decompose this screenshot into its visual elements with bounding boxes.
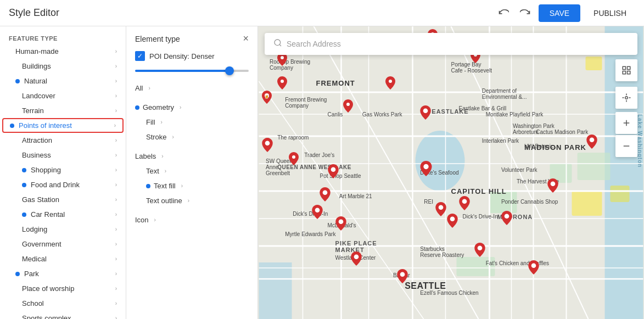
poi-marker-24[interactable] [586, 135, 597, 150]
poi-marker-1[interactable]: 🍺 [262, 91, 272, 105]
poi-marker-4[interactable] [343, 99, 353, 114]
elem-label: Text [146, 167, 159, 175]
poi-marker-14[interactable] [420, 105, 431, 121]
sidebar-item-attraction[interactable]: Attraction › [0, 133, 126, 148]
item-label: Landcover [22, 92, 55, 100]
feature-type-panel: Feature type Human-made › Buildings › Na… [0, 26, 126, 319]
item-label: Shopping [31, 166, 61, 174]
sidebar-item-place-of-worship[interactable]: Place of worship › [0, 281, 126, 296]
zoom-in-button[interactable] [615, 112, 637, 134]
app-title: Style Editor [9, 7, 488, 19]
element-item-text[interactable]: Text › [135, 164, 249, 178]
chevron-icon: › [115, 137, 117, 143]
svg-point-44 [338, 220, 343, 225]
map-area[interactable]: Search Address [258, 26, 644, 319]
element-item-labels[interactable]: Labels › [135, 149, 249, 164]
svg-point-42 [323, 191, 328, 195]
chevron-icon: › [161, 119, 163, 125]
sidebar-item-business[interactable]: Business › [0, 148, 126, 163]
sidebar-item-human-made[interactable]: Human-made › [0, 44, 126, 59]
dot-indicator [22, 212, 26, 217]
poi-marker-8[interactable] [328, 164, 339, 180]
chevron-icon: › [115, 300, 117, 306]
element-item-icon[interactable]: Icon › [135, 212, 249, 227]
poi-density-checkbox[interactable] [135, 51, 145, 61]
chevron-icon: › [115, 167, 117, 173]
poi-marker-13[interactable] [385, 76, 395, 91]
sidebar-item-medical[interactable]: Medical › [0, 251, 126, 266]
sidebar-item-points-of-interest[interactable]: Points of interest › [2, 118, 124, 133]
poi-marker-17[interactable] [420, 161, 432, 178]
element-item-text-outline[interactable]: Text outline › [135, 193, 249, 208]
slider-thumb[interactable] [225, 66, 234, 75]
density-slider[interactable] [135, 70, 249, 72]
svg-point-0 [275, 40, 281, 46]
sidebar-item-park[interactable]: Park › [0, 266, 126, 281]
sidebar-item-lodging[interactable]: Lodging › [0, 222, 126, 237]
svg-point-46 [389, 80, 392, 83]
poi-marker-21[interactable] [447, 214, 458, 230]
sidebar-item-sports-complex[interactable]: Sports complex › [0, 311, 126, 319]
poi-marker-18[interactable] [459, 196, 470, 212]
search-bar[interactable]: Search Address [265, 33, 637, 55]
poi-marker-9[interactable] [320, 187, 331, 203]
poi-marker-19[interactable] [435, 202, 446, 218]
poi-marker-11[interactable] [335, 216, 346, 232]
poi-marker-2[interactable] [277, 53, 287, 68]
map-svg [258, 26, 644, 319]
chevron-icon: › [115, 271, 117, 277]
close-button[interactable]: × [243, 33, 249, 44]
sidebar-item-buildings[interactable]: Buildings › [0, 59, 126, 74]
chevron-icon: › [165, 168, 166, 174]
dot-indicator [22, 168, 26, 172]
poi-marker-20[interactable] [474, 243, 485, 259]
redo-button[interactable] [517, 4, 534, 22]
svg-point-39 [265, 141, 270, 145]
svg-point-43 [315, 208, 320, 213]
sidebar-item-landcover[interactable]: Landcover › [0, 88, 126, 103]
svg-point-35 [281, 56, 284, 59]
chevron-icon: › [115, 211, 117, 217]
poi-marker-5[interactable] [277, 76, 287, 91]
element-item-all[interactable]: All › [135, 81, 249, 96]
chevron-icon: › [115, 93, 117, 99]
poi-marker-10[interactable] [312, 205, 323, 221]
element-item-geometry[interactable]: Geometry › [135, 100, 249, 115]
poi-marker-12[interactable] [351, 251, 362, 267]
dot-indicator [15, 79, 20, 83]
sidebar-item-gas-station[interactable]: Gas Station › [0, 192, 126, 207]
svg-rect-9 [572, 191, 602, 216]
elem-label: Labels [135, 152, 156, 160]
location-button[interactable] [615, 87, 637, 109]
elem-label: Icon [135, 216, 149, 224]
chevron-icon: › [115, 48, 117, 54]
expand-button[interactable] [615, 59, 637, 81]
search-icon [273, 38, 282, 49]
sidebar-item-government[interactable]: Government › [0, 237, 126, 251]
element-item-stroke[interactable]: Stroke › [135, 130, 249, 144]
publish-button[interactable]: PUBLISH [585, 4, 635, 22]
poi-marker-7[interactable] [289, 152, 299, 167]
item-label: Medical [22, 255, 47, 263]
element-item-text-fill[interactable]: Text fill › [135, 178, 249, 193]
poi-marker-25[interactable] [397, 269, 408, 285]
poi-marker-6[interactable] [262, 138, 273, 154]
dot-indicator [10, 124, 14, 128]
svg-rect-3 [259, 262, 292, 319]
save-button[interactable]: SAVE [539, 4, 580, 22]
element-item-fill[interactable]: Fill › [135, 115, 249, 130]
chevron-icon: › [115, 182, 117, 188]
sidebar-item-shopping[interactable]: Shopping › [0, 163, 126, 177]
poi-marker-26[interactable] [528, 260, 539, 276]
svg-point-50 [424, 164, 429, 169]
sidebar-item-terrain[interactable]: Terrain › [0, 103, 126, 118]
sidebar-item-school[interactable]: School › [0, 296, 126, 311]
zoom-out-button[interactable] [615, 135, 637, 157]
sidebar-item-natural[interactable]: Natural › [0, 74, 126, 88]
item-label: School [22, 299, 44, 307]
sidebar-item-car-rental[interactable]: Car Rental › [0, 207, 126, 222]
poi-marker-23[interactable] [547, 178, 558, 194]
poi-marker-22[interactable] [501, 211, 512, 227]
sidebar-item-food-and-drink[interactable]: Food and Drink › [0, 177, 126, 192]
undo-button[interactable] [495, 4, 512, 22]
